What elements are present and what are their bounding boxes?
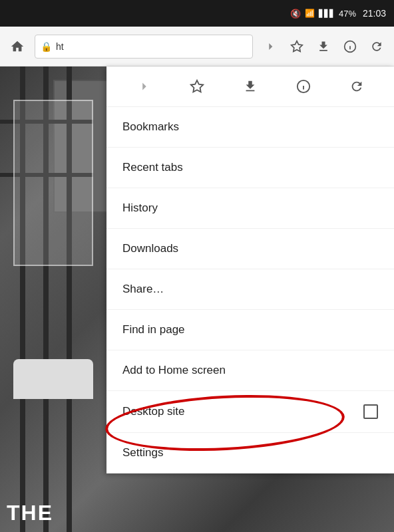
- menu-item-add-to-home[interactable]: Add to Home screen: [106, 350, 394, 391]
- status-bar: 🔇 📶 ▋▋▋ 47% 21:03: [0, 0, 394, 27]
- info-button[interactable]: [338, 35, 362, 59]
- status-time: 21:03: [363, 8, 386, 19]
- menu-item-label-share: Share…: [122, 283, 164, 295]
- browser-chrome: 🔒 ht: [0, 27, 394, 66]
- menu-item-label-history: History: [122, 201, 158, 214]
- mute-icon: 🔇: [290, 9, 301, 19]
- reload-button[interactable]: [365, 35, 389, 59]
- menu-item-label-desktop-site: Desktop site: [122, 405, 185, 418]
- page-the-label: THE: [7, 501, 53, 525]
- menu-item-label-settings: Settings: [122, 446, 163, 459]
- status-icons: 🔇 📶 ▋▋▋ 47% 21:03: [290, 8, 386, 19]
- battery-text: 47%: [339, 9, 356, 19]
- menu-toolbar: [106, 66, 394, 107]
- svg-marker-0: [292, 41, 303, 51]
- menu-item-history[interactable]: History: [106, 188, 394, 229]
- home-button[interactable]: [5, 35, 29, 59]
- address-bar[interactable]: 🔒 ht: [35, 35, 253, 59]
- svg-marker-4: [191, 80, 203, 92]
- signal-icon: ▋▋▋: [319, 9, 335, 18]
- menu-item-desktop-site[interactable]: Desktop site: [106, 391, 394, 433]
- menu-bookmark-button[interactable]: [182, 72, 212, 101]
- menu-item-label-bookmarks: Bookmarks: [122, 120, 179, 133]
- menu-item-label-find-in-page: Find in page: [122, 323, 185, 336]
- menu-reload-button[interactable]: [342, 72, 371, 101]
- menu-item-share[interactable]: Share…: [106, 269, 394, 310]
- browser-actions: [258, 35, 389, 59]
- menu-download-button[interactable]: [236, 72, 265, 101]
- menu-item-settings[interactable]: Settings: [106, 433, 394, 473]
- menu-item-downloads[interactable]: Downloads: [106, 229, 394, 269]
- wifi-icon: 📶: [305, 9, 315, 18]
- menu-item-label-downloads: Downloads: [122, 242, 178, 255]
- menu-items-container: BookmarksRecent tabsHistoryDownloadsShar…: [106, 107, 394, 473]
- desktop-site-checkbox[interactable]: [363, 404, 378, 419]
- url-text: ht: [56, 41, 64, 52]
- menu-item-bookmarks[interactable]: Bookmarks: [106, 107, 394, 148]
- menu-forward-button[interactable]: [129, 72, 158, 101]
- download-button[interactable]: [311, 35, 335, 59]
- lock-icon: 🔒: [41, 41, 52, 52]
- menu-item-label-add-to-home: Add to Home screen: [122, 364, 226, 376]
- dropdown-menu: BookmarksRecent tabsHistoryDownloadsShar…: [106, 66, 394, 473]
- bookmark-button[interactable]: [285, 35, 309, 59]
- forward-button[interactable]: [258, 35, 282, 59]
- menu-item-find-in-page[interactable]: Find in page: [106, 310, 394, 350]
- menu-info-button[interactable]: [289, 72, 318, 101]
- menu-item-recent-tabs[interactable]: Recent tabs: [106, 148, 394, 188]
- menu-item-label-recent-tabs: Recent tabs: [122, 161, 183, 174]
